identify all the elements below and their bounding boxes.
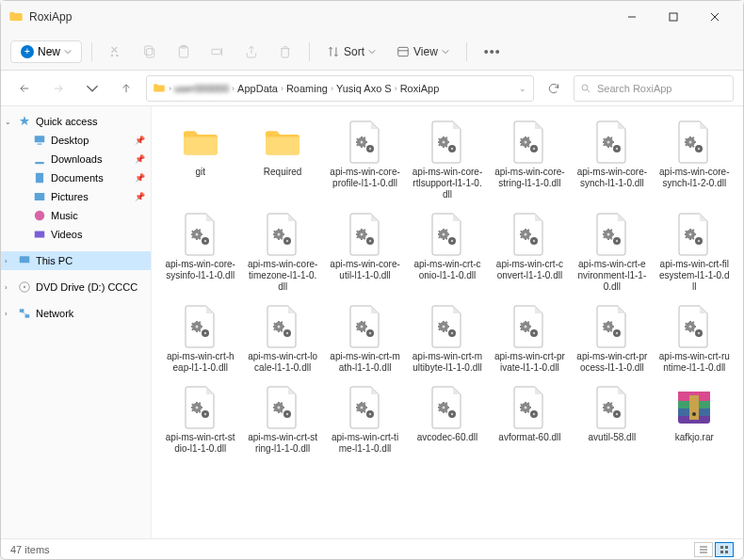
maximize-button[interactable] (653, 3, 694, 31)
sidebar-quick-access[interactable]: ⌄Quick access (1, 112, 151, 131)
file-item[interactable]: api-ms-win-crt-locale-l1-1-0.dll (243, 300, 321, 377)
cut-button[interactable] (102, 38, 130, 66)
navbar: › user000000 › AppData › Roaming › Yusiq… (1, 71, 743, 106)
back-button[interactable] (10, 74, 39, 103)
titlebar: RoxiApp (1, 1, 743, 33)
share-button[interactable] (237, 38, 266, 66)
up-button[interactable] (112, 74, 140, 103)
svg-point-111 (360, 407, 363, 409)
sidebar-documents[interactable]: Documents📌 (1, 168, 151, 187)
file-item[interactable]: api-ms-win-crt-environment-l1-1-0.dll (573, 208, 651, 296)
dll-icon (429, 120, 466, 165)
dll-icon (510, 304, 548, 349)
svg-rect-137 (720, 551, 723, 553)
file-item[interactable]: api-ms-win-core-sysinfo-l1-1-0.dll (161, 208, 239, 296)
forward-button[interactable] (44, 74, 73, 103)
sidebar-downloads[interactable]: Downloads📌 (1, 150, 151, 168)
file-item[interactable]: api-ms-win-crt-convert-l1-1-0.dll (491, 208, 569, 296)
sidebar-desktop[interactable]: Desktop📌 (1, 131, 151, 150)
svg-point-87 (442, 326, 445, 328)
svg-point-35 (525, 141, 527, 144)
icons-view-button[interactable] (715, 542, 734, 557)
file-item[interactable]: api-ms-win-crt-math-l1-1-0.dll (326, 300, 404, 377)
file-item[interactable]: api-ms-win-crt-stdio-l1-1-0.dll (161, 381, 239, 458)
file-item[interactable]: api-ms-win-core-rtlsupport-l1-1-0.dll (408, 116, 486, 204)
svg-point-73 (698, 240, 700, 242)
file-item[interactable]: api-ms-win-crt-conio-l1-1-0.dll (408, 208, 486, 296)
file-item[interactable]: api-ms-win-core-util-l1-1-0.dll (326, 208, 404, 296)
file-item[interactable]: api-ms-win-crt-runtime-l1-1-0.dll (655, 300, 734, 377)
file-item[interactable]: api-ms-win-core-string-l1-1-0.dll (491, 116, 569, 204)
file-label: api-ms-win-core-string-l1-1-0.dll (494, 167, 565, 189)
breadcrumb-item[interactable]: AppData (237, 83, 278, 94)
sidebar-dvd[interactable]: ›DVD Drive (D:) CCCC (1, 278, 151, 296)
file-label: api-ms-win-core-util-l1-1-0.dll (330, 259, 400, 281)
file-item[interactable]: api-ms-win-crt-heap-l1-1-0.dll (161, 300, 239, 377)
dll-icon (182, 304, 219, 349)
svg-point-69 (616, 240, 618, 242)
rar-icon (674, 388, 714, 427)
details-view-button[interactable] (694, 542, 713, 557)
file-label: api-ms-win-crt-convert-l1-1-0.dll (494, 259, 565, 281)
sidebar-music[interactable]: Music (1, 206, 151, 225)
file-item[interactable]: api-ms-win-crt-private-l1-1-0.dll (491, 300, 569, 377)
file-label: Required (264, 167, 302, 178)
more-button[interactable]: ••• (477, 44, 509, 59)
pc-icon (18, 254, 31, 267)
chevron-down-icon: ⌄ (5, 118, 11, 126)
folder-item[interactable]: Required (243, 116, 321, 204)
desktop-icon (33, 134, 46, 147)
new-button[interactable]: + New (10, 40, 82, 63)
rename-button[interactable] (203, 38, 232, 66)
refresh-button[interactable] (540, 82, 568, 95)
search-input[interactable]: Search RoxiApp (574, 75, 734, 102)
sort-button[interactable]: Sort (319, 41, 383, 62)
close-button[interactable] (694, 3, 736, 31)
svg-point-71 (689, 233, 692, 236)
copy-button[interactable] (136, 38, 164, 66)
pictures-icon (33, 190, 46, 203)
view-button[interactable]: View (389, 41, 457, 62)
breadcrumb-item[interactable]: Roaming (286, 83, 328, 94)
svg-point-81 (286, 332, 288, 334)
file-item[interactable]: api-ms-win-crt-string-l1-1-0.dll (243, 381, 321, 458)
file-item[interactable]: api-ms-win-crt-multibyte-l1-1-0.dll (408, 300, 486, 377)
breadcrumb-item[interactable]: Yusiq Axo S (336, 83, 392, 94)
sidebar-this-pc[interactable]: ›This PC (1, 251, 151, 270)
chevron-down-icon[interactable]: ⌄ (519, 84, 526, 93)
file-item[interactable]: api-ms-win-core-synch-l1-1-0.dll (573, 116, 651, 204)
file-item[interactable]: api-ms-win-crt-time-l1-1-0.dll (326, 381, 404, 458)
file-item[interactable]: kafkjo.rar (655, 381, 734, 458)
sidebar-pictures[interactable]: Pictures📌 (1, 187, 151, 206)
file-item[interactable]: api-ms-win-crt-process-l1-1-0.dll (573, 300, 651, 377)
sidebar-network[interactable]: ›Network (1, 304, 151, 323)
minimize-button[interactable] (611, 3, 653, 31)
file-item[interactable]: api-ms-win-core-timezone-l1-1-0.dll (243, 208, 321, 296)
file-item[interactable]: avutil-58.dll (573, 381, 651, 458)
breadcrumb-item[interactable]: user000000 (174, 83, 229, 94)
file-item[interactable]: api-ms-win-core-synch-l1-2-0.dll (655, 116, 734, 204)
file-label: api-ms-win-crt-environment-l1-1-0.dll (576, 259, 647, 293)
svg-point-57 (368, 240, 370, 242)
breadcrumb-item[interactable]: RoxiApp (400, 83, 440, 94)
file-item[interactable]: api-ms-win-core-profile-l1-1-0.dll (326, 116, 404, 204)
paste-button[interactable] (170, 38, 198, 66)
svg-point-18 (35, 211, 45, 221)
folder-item[interactable]: git (161, 116, 239, 204)
file-label: api-ms-win-crt-runtime-l1-1-0.dll (659, 351, 730, 374)
file-item[interactable]: api-ms-win-crt-filesystem-l1-1-0.dll (655, 208, 734, 296)
file-label: api-ms-win-crt-process-l1-1-0.dll (576, 351, 647, 374)
breadcrumb[interactable]: › user000000 › AppData › Roaming › Yusiq… (146, 75, 534, 102)
dll-icon (675, 120, 713, 165)
file-label: avutil-58.dll (589, 432, 637, 443)
chevron-right-icon: › (331, 84, 333, 93)
chevron-right-icon: › (5, 257, 8, 265)
delete-button[interactable] (271, 38, 299, 66)
file-item[interactable]: avformat-60.dll (491, 381, 569, 458)
svg-point-95 (607, 326, 609, 328)
sidebar-videos[interactable]: Videos (1, 225, 151, 244)
recent-button[interactable] (78, 74, 106, 103)
pin-icon: 📌 (135, 136, 145, 145)
file-item[interactable]: avcodec-60.dll (408, 381, 486, 458)
dll-icon (347, 304, 384, 349)
